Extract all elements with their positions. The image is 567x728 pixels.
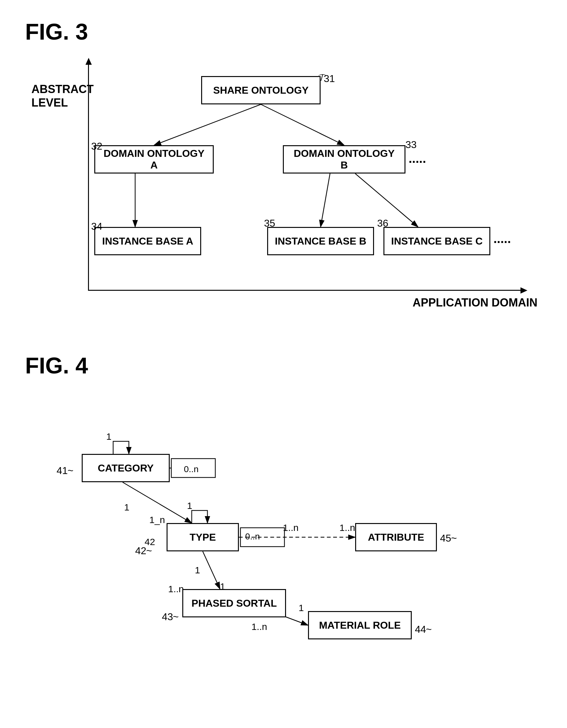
svg-text:1..n: 1..n bbox=[168, 584, 184, 594]
fig4-container: 1 0..n 1 1 0..n 1_n 42 1 1 bbox=[25, 391, 541, 674]
fig3-container: ABSTRACTLEVEL APPLICATION DOMAIN SHARE O… bbox=[25, 57, 541, 328]
instance-base-b-box: INSTANCE BASE B bbox=[267, 227, 374, 255]
domain-ontology-a-box: DOMAIN ONTOLOGY A bbox=[94, 145, 214, 174]
svg-line-1 bbox=[261, 104, 344, 145]
instance-base-c-box: INSTANCE BASE C bbox=[383, 227, 490, 255]
share-ontology-box: SHARE ONTOLOGY bbox=[201, 76, 321, 104]
svg-line-3 bbox=[321, 174, 330, 227]
instance-base-a-box: INSTANCE BASE A bbox=[94, 227, 201, 255]
domain-ontology-b-box: DOMAIN ONTOLOGY B bbox=[283, 145, 405, 174]
ref-36: 36 bbox=[377, 218, 388, 229]
svg-text:1: 1 bbox=[299, 603, 304, 613]
ref-32: 32 bbox=[91, 141, 102, 152]
svg-text:1: 1 bbox=[106, 431, 112, 442]
x-axis bbox=[88, 290, 522, 291]
ref-35: 35 bbox=[264, 218, 275, 229]
svg-text:1_n: 1_n bbox=[149, 515, 165, 525]
svg-rect-9 bbox=[171, 459, 215, 477]
dots-instance: ..... bbox=[493, 232, 511, 246]
ref-34: 34 bbox=[91, 221, 102, 232]
fig4-arrows: 1 0..n 1 1 0..n 1_n 42 1 1 bbox=[25, 391, 541, 674]
svg-rect-15 bbox=[240, 528, 284, 547]
ref-33: 33 bbox=[405, 139, 417, 151]
svg-line-0 bbox=[154, 104, 261, 145]
svg-text:1..n: 1..n bbox=[251, 621, 267, 632]
ref-43: 43 bbox=[162, 611, 173, 623]
page: FIG. 3 ABSTRACTLEVEL APPLICATION DOMAIN bbox=[0, 0, 567, 728]
axis-y-label: ABSTRACTLEVEL bbox=[31, 82, 94, 109]
dots-domain: ..... bbox=[409, 152, 426, 166]
ref-41: 41 bbox=[57, 465, 68, 477]
svg-text:0..n: 0..n bbox=[184, 464, 199, 474]
fig3-label: FIG. 3 bbox=[25, 19, 542, 45]
axis-x-label: APPLICATION DOMAIN bbox=[413, 296, 537, 309]
attribute-box: ATTRIBUTE bbox=[355, 523, 437, 551]
type-box: TYPE bbox=[167, 523, 239, 551]
ref-42: 42 bbox=[135, 545, 146, 557]
svg-text:1..n: 1..n bbox=[339, 522, 355, 533]
svg-text:1: 1 bbox=[187, 500, 192, 511]
svg-text:1: 1 bbox=[124, 502, 129, 512]
phased-sortal-box: PHASED SORTAL bbox=[182, 589, 286, 617]
category-box: CATEGORY bbox=[82, 454, 170, 482]
svg-text:0..n: 0..n bbox=[245, 532, 260, 541]
svg-line-12 bbox=[123, 482, 192, 523]
svg-text:1..n: 1..n bbox=[283, 522, 299, 533]
material-role-box: MATERIAL ROLE bbox=[308, 611, 412, 639]
ref-44: 44 bbox=[415, 624, 426, 635]
fig4-label: FIG. 4 bbox=[25, 353, 542, 378]
svg-text:1: 1 bbox=[195, 565, 200, 575]
svg-line-19 bbox=[203, 551, 220, 589]
ref-45: 45 bbox=[440, 532, 451, 544]
